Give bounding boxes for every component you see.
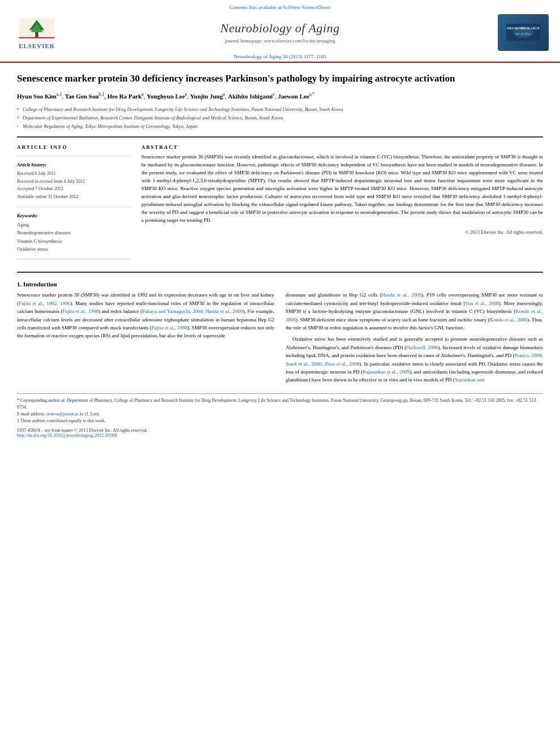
issn-text: 0197-4580/$ – see front matter © 2013 El… — [17, 428, 543, 433]
cite-surendran: Surendran and — [455, 377, 484, 383]
author-2-name: Tae Gen Son — [65, 92, 99, 99]
journal-header: Contents lists available at SciVerse Sci… — [0, 0, 560, 63]
accepted-date: Accepted 7 October 2012 — [17, 185, 130, 193]
journal-issue-info: Neurobiology of Aging 34 (2013) 1177–118… — [0, 52, 560, 62]
journal-title: Neurobiology of Aging — [68, 21, 492, 36]
author-3-name: Hee Ra Park — [107, 92, 141, 99]
abstract-text: Senescence marker protein 30 (SMP30) was… — [141, 153, 543, 224]
intro-para-1: Senescence marker protein 30 (SMP30) was… — [17, 291, 274, 340]
article-info-col: ARTICLE INFO Article history: Received 6… — [17, 144, 130, 265]
email-attribution: (J. Lee). — [85, 411, 100, 417]
info-divider-top — [17, 156, 130, 156]
keyword-3: Vitamin C biosynthesis — [17, 237, 130, 245]
introduction-body: Senescence marker protein 30 (SMP30) was… — [17, 291, 543, 387]
journal-homepage: journal homepage: www.elsevier.com/locat… — [68, 38, 492, 44]
header-journal-row: ELSEVIER Neurobiology of Aging journal h… — [0, 12, 560, 52]
intro-para-2: dismutase and glutathione in Hep G2 cell… — [286, 291, 543, 332]
keyword-2: Neurodegenerative diseases — [17, 229, 130, 237]
cite-fujita-1992: Fujita et al., 1992, 1996 — [19, 300, 70, 306]
introduction-section: 1. Introduction Senescence marker protei… — [17, 281, 543, 387]
author-5-name: Yunjin Jung — [190, 92, 223, 99]
elsevier-logo-container: ELSEVIER — [6, 12, 68, 52]
introduction-title: 1. Introduction — [17, 281, 543, 287]
intro-para-3: Oxidative stress has been extensively st… — [286, 335, 543, 384]
affiliations: a College of Pharmacy and Research Insti… — [17, 106, 543, 130]
author-5-sup: a — [223, 92, 225, 97]
affil-2: b Department of Experimental Radiation, … — [17, 114, 543, 122]
section-divider — [17, 272, 543, 273]
author-1-sup: a,1 — [57, 92, 62, 97]
cite-fujita-1998b: Fujita et al., 1998 — [152, 325, 188, 330]
author-7-sup: a,* — [309, 92, 315, 97]
email-address: neuron@pusan.ac.kr — [46, 411, 84, 417]
author-6-sup: c — [273, 92, 275, 97]
affil-3: c Molecular Regulation of Aging, Tokyo M… — [17, 123, 543, 130]
affil-2-text: Department of Experimental Radiation, Re… — [23, 114, 283, 122]
cite-son-2008: Son et al., 2008 — [466, 300, 499, 306]
corresponding-footnote: * Corresponding author at: Department of… — [17, 397, 543, 411]
author-7-name: Jaewon Lee — [278, 92, 309, 99]
footer-doi: 0197-4580/$ – see front matter © 2013 El… — [17, 428, 543, 438]
affil-1: a College of Pharmacy and Research Insti… — [17, 106, 543, 113]
cite-rajasankar: Rajasankar et al., 2009 — [363, 369, 410, 375]
section-title-text: Introduction — [23, 281, 57, 287]
author-2-sup: b,1 — [98, 92, 104, 97]
cite-kondo-2006b: Kondo et al., 2006 — [489, 317, 527, 323]
author-4-sup: a — [185, 92, 187, 97]
info-abstract-row: ARTICLE INFO Article history: Received 6… — [17, 144, 543, 265]
keywords-list: Aging Neurodegenerative diseases Vitamin… — [17, 221, 130, 254]
intro-col-right: dismutase and glutathione in Hep G2 cell… — [286, 291, 543, 387]
history-label: Article history: — [17, 162, 130, 168]
affil-3-text: Molecular Regulation of Aging, Tokyo Met… — [23, 123, 197, 130]
homepage-label: journal homepage: www.elsevier.com/locat… — [225, 38, 335, 44]
article-dates: Received 6 July 2011 Received in revised… — [17, 170, 130, 200]
cite-handa-2009: Handa et al., 2009 — [381, 292, 421, 298]
received-revised-date: Received in revised form 4 July 2012 — [17, 178, 130, 186]
authors-line: Hyun Soo Kima,1, Tae Gen Sonb,1, Hee Ra … — [17, 91, 543, 101]
doi-url: http://dx.doi.org/10.1016/j.neurobiolagi… — [17, 433, 117, 438]
cite-fujita-1998: Fujita et al., 1998 — [62, 308, 98, 314]
affil-3-sup: c — [17, 123, 23, 129]
section-number: 1. — [17, 281, 21, 287]
main-divider — [17, 136, 543, 138]
sciverse-text: Contents lists available at SciVerse Sci… — [230, 5, 331, 10]
abstract-col: ABSTRACT Senescence marker protein 30 (S… — [141, 144, 543, 265]
doi-link: http://dx.doi.org/10.1016/j.neurobiolagi… — [17, 433, 543, 438]
elsevier-tree-icon — [14, 16, 59, 41]
footnote1-line: 1 These authors contributed equally to t… — [17, 418, 543, 424]
footnotes: * Corresponding author at: Department of… — [17, 393, 543, 438]
article-title: Senescence marker protein 30 deficiency … — [17, 72, 543, 85]
author-3-sup: a — [141, 92, 144, 97]
nb-aging-badge-container: NEUROBIOLOGY OF AGING — [492, 12, 554, 52]
article-info-header: ARTICLE INFO — [17, 144, 130, 150]
journal-info-text: Neurobiology of Aging 34 (2013) 1177–118… — [234, 54, 326, 59]
svg-text:NEUROBIOLOGY: NEUROBIOLOGY — [507, 26, 540, 31]
cite-halliwell: Halliwell, 2006 — [406, 345, 438, 350]
affil-2-sup: b — [17, 114, 23, 121]
svg-text:OF AGING: OF AGING — [515, 32, 532, 36]
keywords-label: Keywords: — [17, 213, 130, 218]
info-divider-mid — [17, 207, 130, 207]
author-4-name: Yonghyun Lee — [147, 92, 185, 99]
cite-pratico: Pratico, 2008; Stack et al., 2008; Zhou … — [286, 353, 543, 366]
author-6-name: Akihito Ishigami — [228, 92, 273, 99]
keyword-4: Oxidative stress — [17, 245, 130, 253]
abstract-header: ABSTRACT — [141, 144, 543, 150]
main-content: Senescence marker protein 30 deficiency … — [0, 63, 560, 447]
corresponding-text: * Corresponding author at: Department of… — [17, 398, 536, 410]
copyright-text: © 2013 Elsevier Inc. All rights reserved… — [141, 229, 543, 235]
available-online-date: Available online 31 October 2012 — [17, 193, 130, 201]
email-label: E-mail address: — [17, 411, 45, 417]
header-top-text: Contents lists available at SciVerse Sci… — [0, 5, 560, 10]
page: Contents lists available at SciVerse Sci… — [0, 0, 560, 747]
journal-title-container: Neurobiology of Aging journal homepage: … — [68, 21, 492, 44]
intro-col-left: Senescence marker protein 30 (SMP30) was… — [17, 291, 274, 387]
nb-aging-image: NEUROBIOLOGY OF AGING — [506, 24, 540, 41]
affil-1-sup: a — [17, 106, 23, 112]
elsevier-brand-text: ELSEVIER — [19, 42, 55, 49]
author-1-name: Hyun Soo Kim — [17, 92, 57, 99]
footnote1-text: 1 These authors contributed equally to t… — [17, 418, 106, 423]
email-footnote: E-mail address: neuron@pusan.ac.kr (J. L… — [17, 411, 543, 418]
svg-rect-4 — [19, 37, 55, 38]
keyword-1: Aging — [17, 221, 130, 229]
